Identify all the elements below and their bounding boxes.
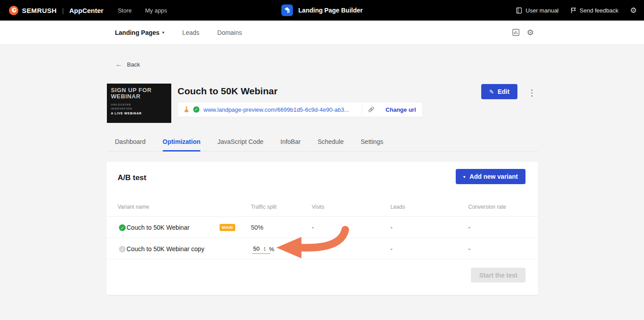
visits-value: - <box>312 238 314 260</box>
edit-button[interactable]: ✎ Edit <box>481 84 517 99</box>
ab-flask-icon <box>183 106 190 113</box>
traffic-split-editor: ▴▾ % <box>252 244 274 254</box>
traffic-split-input[interactable] <box>252 244 271 254</box>
main-badge: MAIN <box>220 224 235 231</box>
landing-page-builder-icon <box>281 4 293 16</box>
semrush-logo[interactable]: SEMRUSH | AppCenter <box>9 6 103 15</box>
add-new-variant-label: Add new variant <box>470 173 518 180</box>
page-thumbnail: SIGN UP FOR WEBINAR UNLOCKING INNOVATION… <box>107 84 171 123</box>
tab-schedule[interactable]: Schedule <box>318 135 343 152</box>
tab-settings[interactable]: Settings <box>361 135 384 152</box>
preview-url-bar: ✓ www.landpage-preview.com/6699b1d5-6c9d… <box>178 102 423 117</box>
flag-icon <box>570 7 576 14</box>
topbar-gear-icon[interactable]: ⚙ <box>630 7 637 14</box>
top-app-bar: SEMRUSH | AppCenter Store My apps Landin… <box>0 0 644 21</box>
chevron-down-icon: ▾ <box>162 30 165 35</box>
add-new-variant-button[interactable]: ▾ Add new variant <box>456 169 525 184</box>
edit-label: Edit <box>498 88 509 95</box>
col-leads: Leads <box>390 204 405 210</box>
link-icon[interactable] <box>368 106 375 113</box>
thumb-line-1: SIGN UP FOR <box>111 87 167 93</box>
variant-name: Couch to 50K Webinar copy <box>127 238 204 260</box>
ab-test-title: A/B test <box>118 173 146 182</box>
current-app: Landing Page Builder <box>281 0 363 21</box>
back-button[interactable]: ← Back <box>115 60 140 68</box>
nav-domains[interactable]: Domains <box>217 29 242 36</box>
thumb-line-2: WEBINAR <box>111 93 167 100</box>
nav-store[interactable]: Store <box>118 7 131 14</box>
conversion-value: - <box>468 217 470 238</box>
back-arrow-icon: ← <box>115 60 123 68</box>
nav-my-apps[interactable]: My apps <box>145 7 167 14</box>
leads-value: - <box>390 217 393 238</box>
back-label: Back <box>127 61 140 68</box>
col-variant-name: Variant name <box>118 204 149 210</box>
send-feedback-link[interactable]: Send feedback <box>570 7 619 14</box>
brand-text: SEMRUSH <box>22 7 57 14</box>
variant-inactive-icon: ✓ <box>119 246 126 253</box>
app-name: Landing Page Builder <box>298 7 363 14</box>
leads-value: - <box>390 238 393 260</box>
subnav-icons: ⚙ <box>512 29 534 37</box>
preview-url[interactable]: www.landpage-preview.com/6699b1d5-6c9d-4… <box>203 106 349 113</box>
variant-row-main: ✓ Couch to 50K Webinar MAIN 50% - - - <box>106 216 538 238</box>
url-divider <box>362 105 362 114</box>
send-feedback-label: Send feedback <box>580 7 619 14</box>
variant-active-check-icon: ✓ <box>119 224 126 231</box>
dropdown-caret-icon: ▾ <box>463 174 466 179</box>
url-status-check-icon: ✓ <box>193 106 199 113</box>
brand-divider: | <box>62 7 64 14</box>
semrush-logo-icon <box>9 6 18 15</box>
brand-suffix: AppCenter <box>69 7 104 14</box>
book-icon <box>516 7 522 14</box>
user-manual-link[interactable]: User manual <box>516 7 559 14</box>
settings-gear-icon[interactable]: ⚙ <box>527 29 534 37</box>
thumb-line-4: INNOVATION: <box>111 107 167 110</box>
col-conversion-rate: Conversion rate <box>468 204 506 210</box>
variant-row-copy: ✓ Couch to 50K Webinar copy ▴▾ % - - - <box>106 238 538 259</box>
stepper-icon[interactable]: ▴▾ <box>264 246 266 252</box>
traffic-split-value: 50% <box>251 217 263 238</box>
tab-infobar[interactable]: InfoBar <box>280 135 301 152</box>
user-manual-label: User manual <box>525 7 559 14</box>
start-the-test-button[interactable]: Start the test <box>471 268 525 282</box>
percent-label: % <box>269 246 275 253</box>
page-tabs: Dashboard Optimization JavaScript Code I… <box>106 135 538 152</box>
top-actions: User manual Send feedback ⚙ <box>516 7 637 14</box>
variant-name: Couch to 50K Webinar <box>127 217 190 238</box>
tab-javascript-code[interactable]: JavaScript Code <box>217 135 263 152</box>
ab-test-card: A/B test ▾ Add new variant Variant name … <box>106 162 538 295</box>
top-nav: Store My apps <box>118 7 167 14</box>
pencil-icon: ✎ <box>489 88 494 95</box>
conversion-value: - <box>468 238 470 260</box>
thumb-line-3: UNLOCKING <box>111 103 167 106</box>
col-traffic-split: Traffic split <box>251 204 276 210</box>
more-options-kebab-icon[interactable]: ⋮ <box>525 87 539 99</box>
nav-landing-pages-dropdown[interactable]: Landing Pages ▾ <box>115 29 165 36</box>
tab-optimization[interactable]: Optimization <box>163 135 201 152</box>
page-title: Couch to 50K Webinar <box>178 86 278 97</box>
change-url-button[interactable]: Change url <box>386 106 416 113</box>
col-visits: Visits <box>312 204 324 210</box>
landing-pages-label: Landing Pages <box>115 29 160 36</box>
tab-dashboard[interactable]: Dashboard <box>115 135 146 152</box>
report-icon[interactable] <box>512 29 520 36</box>
thumb-line-5: A LIVE WEBINAR <box>111 111 167 115</box>
app-nav-bar: Landing Pages ▾ Leads Domains ⚙ <box>0 21 644 45</box>
nav-leads[interactable]: Leads <box>182 29 199 36</box>
visits-value: - <box>312 217 314 238</box>
